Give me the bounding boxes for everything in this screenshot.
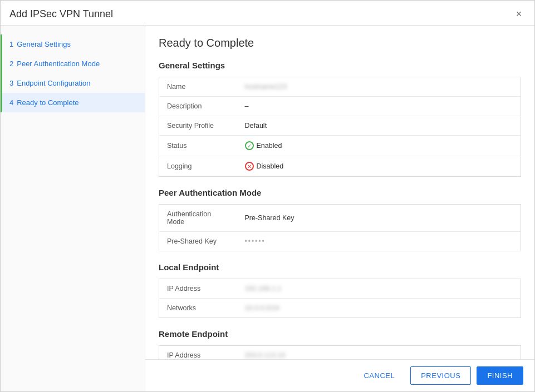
sidebar: 1 General Settings 2 Peer Authentication… [1, 26, 145, 391]
check-circle-icon: ✓ [245, 141, 254, 150]
section-title-general: General Settings [159, 61, 521, 70]
add-ipsec-vpn-dialog: Add IPSec VPN Tunnel × 1 General Setting… [0, 0, 535, 392]
dialog-body: 1 General Settings 2 Peer Authentication… [1, 26, 534, 391]
sidebar-item-general-settings[interactable]: 1 General Settings [1, 34, 145, 54]
sidebar-item-label: Endpoint Configuration [17, 79, 90, 87]
table-row: IP Address 203.0.113.10 [159, 346, 521, 360]
section-title-remote-endpoint: Remote Endpoint [159, 329, 521, 339]
dialog-title: Add IPSec VPN Tunnel [9, 8, 113, 20]
status-text: Enabled [257, 142, 282, 150]
row-label: Description [159, 97, 237, 116]
row-label: Security Profile [159, 116, 237, 136]
table-row: Networks 10.0.0.0/24 [159, 299, 521, 318]
cancel-button[interactable]: CANCEL [354, 367, 405, 384]
row-value: 203.0.113.10 [237, 346, 521, 360]
row-label: IP Address [159, 346, 237, 360]
status-text: Disabled [257, 162, 284, 170]
table-row: Pre-Shared Key •••••• [159, 232, 521, 251]
main-scroll-area[interactable]: Ready to Complete General Settings Name … [145, 26, 534, 359]
main-content: Ready to Complete General Settings Name … [145, 26, 534, 391]
row-value: – [237, 97, 521, 116]
general-settings-table: Name hostname123 Description – Security … [159, 77, 521, 177]
row-value: 192.168.1.1 [237, 279, 521, 299]
sidebar-item-ready-to-complete[interactable]: 4 Ready to Complete [1, 93, 145, 112]
page-title: Ready to Complete [159, 37, 521, 49]
row-label: Name [159, 77, 237, 97]
row-value: hostname123 [237, 77, 521, 97]
row-value: 10.0.0.0/24 [237, 299, 521, 318]
finish-button[interactable]: FINISH [477, 366, 523, 385]
row-value: •••••• [237, 232, 521, 251]
row-value: Default [237, 116, 521, 136]
table-row: Security Profile Default [159, 116, 521, 136]
sidebar-item-label: General Settings [17, 40, 71, 48]
row-label: Logging [159, 156, 237, 177]
table-row: Status ✓ Enabled [159, 136, 521, 156]
sidebar-item-peer-auth[interactable]: 2 Peer Authentication Mode [1, 54, 145, 73]
table-row: Logging ✕ Disabled [159, 156, 521, 177]
row-value: ✕ Disabled [237, 156, 521, 177]
table-row: IP Address 192.168.1.1 [159, 279, 521, 299]
table-row: Name hostname123 [159, 77, 521, 97]
row-label: IP Address [159, 279, 237, 299]
sidebar-item-label: Peer Authentication Mode [17, 59, 100, 68]
dialog-footer: CANCEL PREVIOUS FINISH [145, 359, 534, 391]
section-title-local-endpoint: Local Endpoint [159, 262, 521, 272]
table-row: Description – [159, 97, 521, 116]
sidebar-item-endpoint-config[interactable]: 3 Endpoint Configuration [1, 73, 145, 93]
row-label: Networks [159, 299, 237, 318]
previous-button[interactable]: PREVIOUS [410, 366, 471, 385]
row-value: Pre-Shared Key [237, 205, 521, 232]
local-endpoint-table: IP Address 192.168.1.1 Networks 10.0.0.0… [159, 279, 521, 318]
row-label: Authentication Mode [159, 205, 237, 232]
section-title-peer-auth: Peer Authentication Mode [159, 188, 521, 197]
row-label: Pre-Shared Key [159, 232, 237, 251]
peer-auth-table: Authentication Mode Pre-Shared Key Pre-S… [159, 204, 521, 251]
row-value: ✓ Enabled [237, 136, 521, 156]
x-circle-icon: ✕ [245, 162, 254, 171]
table-row: Authentication Mode Pre-Shared Key [159, 205, 521, 232]
close-button[interactable]: × [512, 7, 526, 21]
sidebar-item-label: Ready to Complete [17, 98, 78, 107]
dialog-header: Add IPSec VPN Tunnel × [1, 1, 534, 26]
row-label: Status [159, 136, 237, 156]
remote-endpoint-table: IP Address 203.0.113.10 [159, 345, 521, 359]
